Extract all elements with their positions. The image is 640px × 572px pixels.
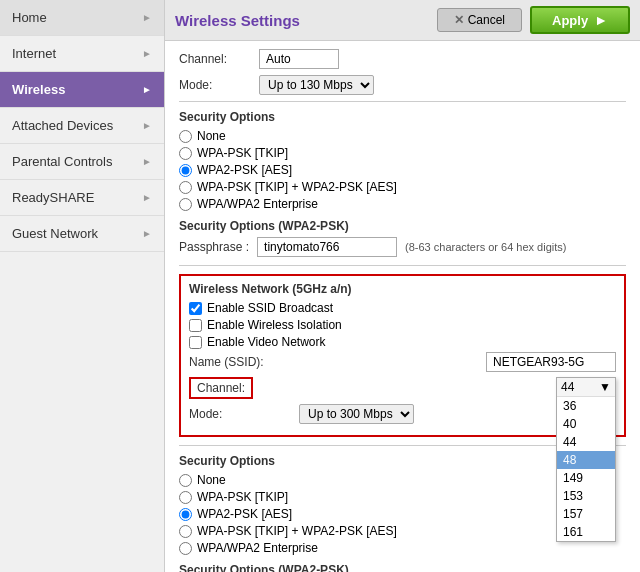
network-5ghz-header: Wireless Network (5GHz a/n) xyxy=(189,282,616,296)
sidebar-item-wireless[interactable]: Wireless ► xyxy=(0,72,164,108)
chevron-right-icon: ► xyxy=(142,48,152,59)
mode-label-5ghz: Mode: xyxy=(189,407,239,421)
sidebar-item-guest-network[interactable]: Guest Network ► xyxy=(0,216,164,252)
wpa-section-bottom: Security Options (WPA2-PSK) Passphrase :… xyxy=(179,563,626,572)
video-network-checkbox[interactable] xyxy=(189,336,202,349)
sidebar-item-internet[interactable]: Internet ► xyxy=(0,36,164,72)
sidebar-item-label: Wireless xyxy=(12,82,65,97)
sidebar-item-readyshare[interactable]: ReadySHARE ► xyxy=(0,180,164,216)
radio-wpa-psk-top: WPA-PSK [TKIP] xyxy=(179,146,626,160)
security-options-header-top: Security Options xyxy=(179,110,626,124)
passphrase-hint-top: (8-63 characters or 64 hex digits) xyxy=(405,241,566,253)
mode-row-5ghz: Mode: Up to 300 Mbps Up to 130 Mbps xyxy=(189,404,616,424)
wpa-header-bottom: Security Options (WPA2-PSK) xyxy=(179,563,626,572)
cancel-button[interactable]: ✕ Cancel xyxy=(437,8,522,32)
sidebar-item-label: Parental Controls xyxy=(12,154,112,169)
checkbox-video-network: Enable Video Network xyxy=(189,335,616,349)
dropdown-option-161[interactable]: 161 xyxy=(557,523,615,541)
apply-arrow-icon: ► xyxy=(594,12,608,28)
passphrase-input-top[interactable] xyxy=(257,237,397,257)
channel-row-5ghz: Channel: 44 ▼ 36 40 44 48 149 153 xyxy=(189,377,616,399)
chevron-right-icon: ► xyxy=(142,228,152,239)
channel-field-row: Channel: xyxy=(179,49,626,69)
radio-wpa2psk-input-bottom[interactable] xyxy=(179,508,192,521)
sidebar-item-attached-devices[interactable]: Attached Devices ► xyxy=(0,108,164,144)
radio-none-top: None xyxy=(179,129,626,143)
dropdown-option-40[interactable]: 40 xyxy=(557,415,615,433)
wpa-header-top: Security Options (WPA2-PSK) xyxy=(179,219,626,233)
mode-field-row: Mode: Up to 130 Mbps Up to 54 Mbps Up to… xyxy=(179,75,626,95)
radio-none-input-top[interactable] xyxy=(179,130,192,143)
content-area: Channel: Mode: Up to 130 Mbps Up to 54 M… xyxy=(165,41,640,572)
main-content: Wireless Settings ✕ Cancel Apply ► Chann… xyxy=(165,0,640,572)
radio-wpawpa2-input-bottom[interactable] xyxy=(179,525,192,538)
sidebar-item-label: Internet xyxy=(12,46,56,61)
ssid-name-label: Name (SSID): xyxy=(189,355,264,369)
passphrase-row-top: Passphrase : (8-63 characters or 64 hex … xyxy=(179,237,626,257)
channel-dropdown: 44 ▼ 36 40 44 48 149 153 157 161 xyxy=(556,377,616,542)
sidebar-item-label: ReadySHARE xyxy=(12,190,94,205)
ssid-input[interactable] xyxy=(486,352,616,372)
radio-wpapsk-input-top[interactable] xyxy=(179,147,192,160)
checkbox-wireless-isolation: Enable Wireless Isolation xyxy=(189,318,616,332)
sidebar-item-parental-controls[interactable]: Parental Controls ► xyxy=(0,144,164,180)
dropdown-option-48[interactable]: 48 xyxy=(557,451,615,469)
radio-none-input-bottom[interactable] xyxy=(179,474,192,487)
sidebar-item-home[interactable]: Home ► xyxy=(0,0,164,36)
mode-label: Mode: xyxy=(179,78,259,92)
chevron-right-icon: ► xyxy=(142,156,152,167)
checkbox-ssid-broadcast: Enable SSID Broadcast xyxy=(189,301,616,315)
dropdown-option-153[interactable]: 153 xyxy=(557,487,615,505)
radio-wpa2-psk-top: WPA2-PSK [AES] xyxy=(179,163,626,177)
header-bar: Wireless Settings ✕ Cancel Apply ► xyxy=(165,0,640,41)
radio-enterprise-input-top[interactable] xyxy=(179,198,192,211)
chevron-right-icon: ► xyxy=(142,120,152,131)
dropdown-arrow-icon: ▼ xyxy=(599,380,611,394)
radio-wpa-wpa2-top: WPA-PSK [TKIP] + WPA2-PSK [AES] xyxy=(179,180,626,194)
channel-label-5ghz: Channel: xyxy=(189,377,253,399)
dropdown-option-36[interactable]: 36 xyxy=(557,397,615,415)
radio-wpawpa2-input-top[interactable] xyxy=(179,181,192,194)
channel-label: Channel: xyxy=(179,52,259,66)
passphrase-label-top: Passphrase : xyxy=(179,240,249,254)
radio-enterprise-bottom: WPA/WPA2 Enterprise xyxy=(179,541,626,555)
sidebar-item-label: Home xyxy=(12,10,47,25)
chevron-right-icon: ► xyxy=(142,12,152,23)
page-title: Wireless Settings xyxy=(175,12,300,29)
header-buttons: ✕ Cancel Apply ► xyxy=(437,6,630,34)
mode-select-top[interactable]: Up to 130 Mbps Up to 54 Mbps Up to 300 M… xyxy=(259,75,374,95)
chevron-right-icon: ► xyxy=(142,84,152,95)
wireless-isolation-checkbox[interactable] xyxy=(189,319,202,332)
mode-select-5ghz[interactable]: Up to 300 Mbps Up to 130 Mbps xyxy=(299,404,414,424)
radio-wpapsk-input-bottom[interactable] xyxy=(179,491,192,504)
sidebar-item-label: Attached Devices xyxy=(12,118,113,133)
ssid-row: Name (SSID): xyxy=(189,352,616,372)
wpa-section-top: Security Options (WPA2-PSK) Passphrase :… xyxy=(179,219,626,257)
sidebar-item-label: Guest Network xyxy=(12,226,98,241)
radio-wpa2psk-input-top[interactable] xyxy=(179,164,192,177)
radio-enterprise-top: WPA/WPA2 Enterprise xyxy=(179,197,626,211)
channel-dropdown-header: 44 ▼ xyxy=(557,378,615,397)
channel-input[interactable] xyxy=(259,49,339,69)
dropdown-option-157[interactable]: 157 xyxy=(557,505,615,523)
dropdown-option-149[interactable]: 149 xyxy=(557,469,615,487)
radio-enterprise-input-bottom[interactable] xyxy=(179,542,192,555)
network-5ghz-section: Wireless Network (5GHz a/n) Enable SSID … xyxy=(179,274,626,437)
dropdown-option-44[interactable]: 44 xyxy=(557,433,615,451)
apply-button[interactable]: Apply ► xyxy=(530,6,630,34)
sidebar: Home ► Internet ► Wireless ► Attached De… xyxy=(0,0,165,572)
chevron-right-icon: ► xyxy=(142,192,152,203)
close-icon: ✕ xyxy=(454,13,464,27)
ssid-broadcast-checkbox[interactable] xyxy=(189,302,202,315)
